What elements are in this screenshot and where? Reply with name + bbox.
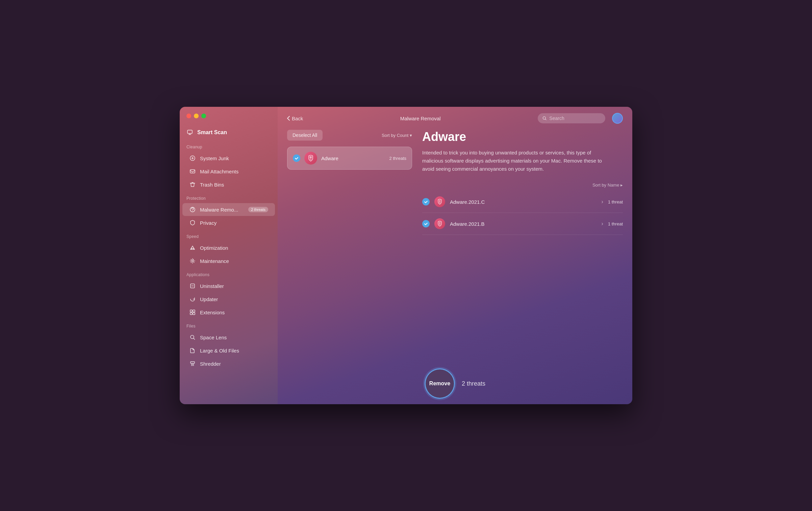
list-toolbar: Deselect All Sort by Count ▾ (287, 130, 412, 141)
detail-description: Intended to trick you into buying unwant… (422, 149, 605, 173)
sidebar-item-label-mail-attachments: Mail Attachments (200, 169, 238, 174)
main-content: Back Malware Removal Deselect All Sort b… (278, 107, 632, 404)
sidebar-item-label-optimization: Optimization (200, 245, 228, 251)
sidebar-item-trash-bins[interactable]: Trash Bins (182, 178, 275, 191)
app-window: Smart Scan CleanupSystem JunkMail Attach… (180, 107, 632, 404)
sidebar-item-optimization[interactable]: Optimization (182, 241, 275, 254)
svg-rect-0 (187, 130, 192, 133)
svg-rect-12 (191, 362, 195, 363)
sidebar-item-large-old-files[interactable]: Large & Old Files (182, 344, 275, 357)
traffic-lights (180, 114, 278, 125)
detail-icon-adware-2021-c (434, 196, 445, 207)
sidebar-item-malware-removal[interactable]: Malware Remo...2 threats (182, 203, 275, 216)
close-button[interactable] (186, 114, 191, 118)
extensions-icon (189, 309, 196, 316)
space-lens-icon (189, 334, 196, 341)
sidebar-section-label-protection: Protection (180, 191, 278, 203)
sidebar-item-label-system-junk: System Junk (200, 155, 229, 161)
sidebar-item-space-lens[interactable]: Space Lens (182, 331, 275, 344)
mail-attachments-icon (189, 168, 196, 175)
detail-item-name-adware-2021-c: Adware.2021.C (450, 199, 597, 205)
sidebar-section-label-speed: Speed (180, 229, 278, 241)
sidebar-item-label-maintenance: Maintenance (200, 258, 229, 264)
chevron-right-icon: › (602, 199, 603, 205)
detail-threat-count-adware-2021-b: 1 threat (608, 221, 623, 226)
remove-button[interactable]: Remove (425, 368, 455, 399)
trash-bins-icon (189, 181, 196, 188)
optimization-icon (189, 244, 196, 251)
smart-scan-icon (186, 129, 193, 136)
large-old-files-icon (189, 347, 196, 354)
sidebar-item-label-malware-removal: Malware Remo... (200, 207, 238, 213)
detail-item-name-adware-2021-b: Adware.2021.B (450, 221, 597, 227)
sidebar-item-privacy[interactable]: Privacy (182, 216, 275, 229)
list-item-adware[interactable]: Adware 2 threats (287, 147, 412, 170)
sidebar-item-label-space-lens: Space Lens (200, 335, 227, 340)
sidebar-item-extensions[interactable]: Extensions (182, 306, 275, 319)
header: Back Malware Removal (278, 107, 632, 130)
svg-point-4 (192, 211, 193, 211)
detail-check-adware-2021-b (422, 220, 430, 227)
item-threat-count-adware: 2 threats (389, 156, 406, 161)
sidebar-item-label-trash-bins: Trash Bins (200, 182, 224, 188)
sidebar-item-label-privacy: Privacy (200, 220, 217, 226)
sort-by-count-button[interactable]: Sort by Count ▾ (382, 133, 412, 138)
sidebar-item-smart-scan[interactable]: Smart Scan (180, 125, 278, 140)
back-label: Back (292, 116, 303, 121)
sidebar-item-system-junk[interactable]: System Junk (182, 152, 275, 165)
list-items-container: Adware 2 threats (287, 147, 412, 170)
remove-bar: Remove 2 threats (278, 363, 632, 404)
sidebar-item-label-large-old-files: Large & Old Files (200, 348, 239, 354)
maintenance-icon (189, 258, 196, 264)
maximize-button[interactable] (201, 114, 206, 118)
search-input[interactable] (549, 116, 601, 121)
updater-icon (189, 296, 196, 302)
sidebar-item-label-updater: Updater (200, 296, 218, 302)
back-button[interactable]: Back (287, 116, 303, 121)
item-name-adware: Adware (321, 155, 385, 161)
chevron-right-icon: › (602, 221, 603, 227)
system-junk-icon (189, 155, 196, 162)
svg-rect-2 (190, 170, 195, 173)
shredder-icon (189, 360, 196, 367)
check-circle-adware (293, 154, 300, 162)
sidebar: Smart Scan CleanupSystem JunkMail Attach… (180, 107, 278, 404)
detail-item-adware-2021-b[interactable]: Adware.2021.B › 1 threat (422, 213, 623, 235)
content-area: Deselect All Sort by Count ▾ Adware 2 th… (278, 130, 632, 363)
sidebar-item-maintenance[interactable]: Maintenance (182, 254, 275, 267)
deselect-all-button[interactable]: Deselect All (287, 130, 323, 141)
search-icon (542, 116, 547, 121)
item-icon-adware (304, 152, 317, 165)
minimize-button[interactable] (194, 114, 199, 118)
sidebar-item-label-extensions: Extensions (200, 310, 225, 315)
malware-removal-icon (189, 206, 196, 213)
sort-by-name-button[interactable]: Sort by Name ▸ (422, 182, 623, 188)
detail-icon-adware-2021-b (434, 218, 445, 229)
smart-scan-label: Smart Scan (197, 129, 227, 136)
remove-threat-count: 2 threats (462, 380, 485, 387)
sidebar-item-label-shredder: Shredder (200, 361, 221, 367)
detail-item-adware-2021-c[interactable]: Adware.2021.C › 1 threat (422, 191, 623, 213)
svg-point-5 (192, 260, 194, 262)
page-title: Malware Removal (310, 116, 531, 121)
sidebar-item-mail-attachments[interactable]: Mail Attachments (182, 165, 275, 178)
avatar[interactable] (612, 113, 623, 124)
uninstaller-icon (189, 283, 196, 289)
svg-rect-7 (190, 310, 192, 312)
detail-items-container: Adware.2021.C › 1 threat Adware.2021.B ›… (422, 191, 623, 235)
detail-threat-count-adware-2021-c: 1 threat (608, 199, 623, 204)
sidebar-badge-malware-removal: 2 threats (248, 207, 268, 212)
search-box (538, 113, 605, 123)
detail-title: Adware (422, 130, 623, 144)
sidebar-section-label-cleanup: Cleanup (180, 140, 278, 151)
svg-rect-9 (190, 313, 192, 315)
list-panel: Deselect All Sort by Count ▾ Adware 2 th… (287, 130, 412, 356)
sidebar-item-uninstaller[interactable]: Uninstaller (182, 279, 275, 292)
privacy-icon (189, 219, 196, 226)
detail-check-adware-2021-c (422, 198, 430, 205)
sidebar-item-updater[interactable]: Updater (182, 293, 275, 306)
sidebar-section-label-files: Files (180, 319, 278, 331)
sidebar-item-shredder[interactable]: Shredder (182, 357, 275, 370)
svg-rect-8 (193, 310, 195, 312)
sidebar-item-label-uninstaller: Uninstaller (200, 283, 224, 289)
